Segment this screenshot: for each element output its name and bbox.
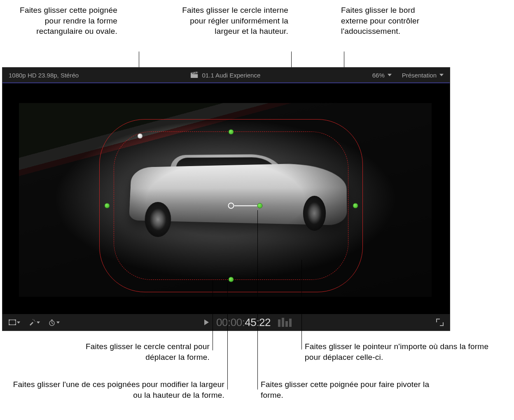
svg-point-6 <box>34 320 35 321</box>
mask-handle-left[interactable] <box>105 203 110 209</box>
viewer-bottombar: 00:00:45:22 <box>2 314 450 331</box>
audio-meter <box>278 318 292 327</box>
viewer-panel: 1080p HD 23.98p, Stéréo 01.1 Audi Experi… <box>2 67 450 331</box>
svg-point-7 <box>33 319 33 320</box>
timecode-display[interactable]: 00:00:45:22 <box>216 316 271 329</box>
svg-rect-3 <box>15 319 16 321</box>
zoom-level-label: 66% <box>372 72 385 79</box>
mask-handle-right[interactable] <box>353 203 358 209</box>
chevron-down-icon <box>37 321 40 324</box>
svg-rect-2 <box>9 319 10 321</box>
retime-menu[interactable] <box>48 319 60 326</box>
viewer-topbar: 1080p HD 23.98p, Stéréo 01.1 Audi Experi… <box>2 68 450 83</box>
fullscreen-button[interactable] <box>436 319 444 326</box>
svg-rect-5 <box>15 324 16 325</box>
transform-menu[interactable] <box>9 319 20 325</box>
effects-menu[interactable] <box>28 319 40 326</box>
clapperboard-icon <box>191 71 198 79</box>
annotation-rotate-handle: Faites glisser cette poignée pour faire … <box>261 379 438 400</box>
svg-rect-4 <box>9 324 10 325</box>
view-menu-dropdown[interactable]: Présentation <box>402 72 444 79</box>
mask-rotation-handle[interactable] <box>257 203 263 209</box>
annotation-shape-handle: Faites glisser cette poignée pour rendre… <box>16 5 117 37</box>
svg-rect-1 <box>9 320 16 325</box>
clip-name: 01.1 Audi Experience <box>202 72 261 79</box>
play-button[interactable] <box>204 319 209 325</box>
chevron-down-icon <box>56 321 60 324</box>
chevron-down-icon <box>388 74 392 76</box>
mask-center-handle[interactable] <box>228 203 234 209</box>
annotation-inner-circle: Faites glisser le cercle interne pour ré… <box>177 5 288 37</box>
shape-curvature-handle[interactable] <box>138 134 143 139</box>
fullscreen-icon <box>436 319 444 326</box>
leader-line <box>301 260 302 350</box>
leader-line <box>227 282 228 389</box>
rotation-line <box>234 205 257 206</box>
svg-rect-0 <box>191 74 198 78</box>
annotation-outer-edge: Faites glisser le bord externe pour cont… <box>341 5 440 37</box>
view-menu-label: Présentation <box>402 72 437 79</box>
format-info: 1080p HD 23.98p, Stéréo <box>2 72 79 79</box>
viewer-content[interactable] <box>2 84 450 314</box>
zoom-dropdown[interactable]: 66% <box>372 72 392 79</box>
mask-handle-top[interactable] <box>229 129 234 135</box>
annotation-drag-anywhere: Faites glisser le pointeur n'importe où … <box>305 341 502 362</box>
svg-point-8 <box>35 321 35 322</box>
timecode-prefix: 00:00: <box>216 316 245 328</box>
annotation-center-circle: Faites glisser le cercle central pour dé… <box>54 341 210 362</box>
leader-line <box>213 280 213 350</box>
leader-line <box>257 210 258 389</box>
chevron-down-icon <box>439 74 444 76</box>
mask-handle-bottom[interactable] <box>229 277 234 282</box>
annotation-size-handles: Faites glisser l'une de ces poignées pou… <box>2 379 224 400</box>
chevron-down-icon <box>17 321 20 324</box>
